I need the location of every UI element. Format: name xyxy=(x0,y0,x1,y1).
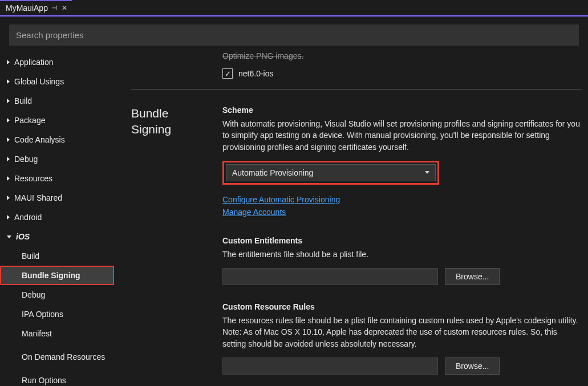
partial-cut-label: Optimize PNG images. xyxy=(222,51,582,60)
target-framework-checkbox[interactable]: ✓ xyxy=(222,68,233,79)
sidebar-item-label: Debug xyxy=(22,290,45,299)
scheme-select-value: Automatic Provisioning xyxy=(232,168,313,177)
sidebar-item-label: Run Options xyxy=(22,376,66,385)
settings-panel: Optimize PNG images. ✓ net6.0-ios Bundle… xyxy=(114,51,588,386)
resource-rules-subsection: Custom Resource Rules The resources rule… xyxy=(222,302,582,375)
sidebar-nav: Application Global Usings Build Package … xyxy=(0,51,114,386)
sidebar-item-label: iOS xyxy=(16,232,30,241)
sidebar-item-label: Build xyxy=(14,96,32,105)
chevron-right-icon xyxy=(7,60,10,64)
sidebar-item-ios-odr[interactable]: On Demand Resources xyxy=(0,343,114,371)
sidebar-item-global-usings[interactable]: Global Usings xyxy=(0,72,114,91)
sidebar-item-ios-ipa-options[interactable]: IPA Options xyxy=(0,304,114,324)
chevron-right-icon xyxy=(7,118,10,123)
entitlements-label: Custom Entitlements xyxy=(222,236,582,245)
tab-strip: MyMauiApp ⊣ ✕ xyxy=(0,0,588,15)
tab-title: MyMauiApp xyxy=(6,3,48,13)
sidebar-item-ios[interactable]: iOS xyxy=(0,227,114,246)
scheme-description: With automatic provisioning, Visual Stud… xyxy=(222,118,582,153)
chevron-right-icon xyxy=(7,157,10,161)
chevron-down-icon xyxy=(425,171,429,174)
manage-accounts-link[interactable]: Manage Accounts xyxy=(222,208,286,217)
sidebar-item-ios-manifest[interactable]: Manifest xyxy=(0,324,114,343)
sidebar-item-ios-build[interactable]: Build xyxy=(0,246,114,266)
chevron-right-icon xyxy=(7,176,10,181)
sidebar-item-label: Bundle Signing xyxy=(22,271,80,280)
scheme-select[interactable]: Automatic Provisioning xyxy=(226,164,436,181)
chevron-right-icon xyxy=(7,215,10,220)
sidebar-item-label: Manifest xyxy=(22,329,52,338)
sidebar-item-label: Code Analysis xyxy=(14,135,65,144)
resource-rules-label: Custom Resource Rules xyxy=(222,302,582,311)
section-title: Bundle Signing xyxy=(131,105,205,386)
sidebar-item-label: IPA Options xyxy=(22,310,63,319)
sidebar-item-label: On Demand Resources xyxy=(22,352,105,362)
sidebar-item-ios-bundle-signing[interactable]: Bundle Signing xyxy=(0,266,114,285)
entitlements-description: The entitlements file should be a plist … xyxy=(222,249,582,260)
target-framework-label: net6.0-ios xyxy=(238,69,273,78)
chevron-down-icon xyxy=(7,235,11,238)
sidebar-item-label: Android xyxy=(14,213,42,222)
sidebar-item-resources[interactable]: Resources xyxy=(0,169,114,188)
configure-provisioning-link[interactable]: Configure Automatic Provisioning xyxy=(222,195,340,204)
scheme-label: Scheme xyxy=(222,105,582,115)
sidebar-item-android[interactable]: Android xyxy=(0,208,114,227)
search-input[interactable] xyxy=(9,25,579,46)
content-split: Application Global Usings Build Package … xyxy=(0,51,588,386)
search-container xyxy=(0,17,588,51)
target-framework-checkbox-row: ✓ net6.0-ios xyxy=(222,68,582,79)
sidebar-item-label: Application xyxy=(14,58,54,67)
chevron-right-icon xyxy=(7,79,10,84)
resource-rules-description: The resources rules file should be a pli… xyxy=(222,315,582,350)
sidebar-item-ios-debug[interactable]: Debug xyxy=(0,285,114,304)
entitlements-subsection: Custom Entitlements The entitlements fil… xyxy=(222,236,582,285)
sidebar-item-code-analysis[interactable]: Code Analysis xyxy=(0,130,114,149)
chevron-right-icon xyxy=(7,196,10,200)
pin-icon[interactable]: ⊣ xyxy=(51,4,57,12)
sidebar-item-package[interactable]: Package xyxy=(0,111,114,130)
scheme-select-highlight: Automatic Provisioning xyxy=(222,161,439,185)
sidebar-item-label: MAUI Shared xyxy=(14,193,62,202)
sidebar-item-ios-run-options[interactable]: Run Options xyxy=(0,371,114,386)
sidebar-item-label: Resources xyxy=(14,174,52,183)
chevron-right-icon xyxy=(7,137,10,142)
entitlements-input[interactable] xyxy=(222,268,438,285)
chevron-right-icon xyxy=(7,99,10,103)
sidebar-item-debug[interactable]: Debug xyxy=(0,149,114,169)
sidebar-item-label: Build xyxy=(22,251,39,261)
document-tab[interactable]: MyMauiApp ⊣ ✕ xyxy=(0,0,72,15)
sidebar-item-label: Debug xyxy=(14,155,38,164)
sidebar-item-maui-shared[interactable]: MAUI Shared xyxy=(0,188,114,208)
sidebar-item-label: Global Usings xyxy=(14,77,64,86)
bundle-signing-section: Bundle Signing Scheme With automatic pro… xyxy=(131,90,582,386)
resource-rules-input[interactable] xyxy=(222,357,438,375)
resource-rules-browse-button[interactable]: Browse... xyxy=(445,357,500,375)
close-icon[interactable]: ✕ xyxy=(60,4,68,12)
sidebar-item-label: Package xyxy=(14,116,45,125)
scheme-subsection: Scheme With automatic provisioning, Visu… xyxy=(222,105,582,220)
entitlements-browse-button[interactable]: Browse... xyxy=(445,268,500,285)
sidebar-item-application[interactable]: Application xyxy=(0,52,114,72)
sidebar-item-build[interactable]: Build xyxy=(0,91,114,111)
